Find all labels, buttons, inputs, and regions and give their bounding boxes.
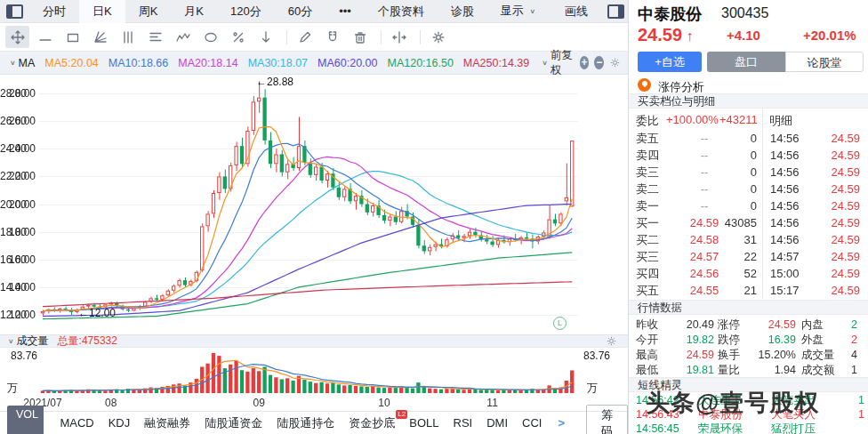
chevron-down-icon: ∨: [10, 60, 16, 67]
tab-forum[interactable]: 论股堂: [785, 52, 864, 72]
market-label: 外盘: [801, 333, 824, 348]
tab-诊股[interactable]: 诊股: [438, 0, 487, 23]
weibi-label: 委比: [636, 113, 659, 129]
tabbar-right: 显示 ∨ 画线: [487, 0, 631, 23]
tab-日K[interactable]: 日K: [79, 0, 125, 23]
tab-资金抄底[interactable]: 资金抄底L2: [349, 415, 395, 431]
tab-陆股通资金[interactable]: 陆股通资金: [205, 415, 262, 431]
tab-RSI[interactable]: RSI: [454, 416, 473, 430]
chips-distribution-button[interactable]: 筹码: [586, 405, 628, 434]
chart-settings-gear-icon[interactable]: [609, 57, 621, 68]
percent-line-tool-icon[interactable]: [226, 26, 250, 48]
ma-value-label: MA5:20.04: [44, 57, 98, 69]
order-level-row[interactable]: 买四24.5652: [629, 265, 762, 282]
tab-月K[interactable]: 月K: [171, 0, 217, 23]
add-favorite-button[interactable]: +自选: [638, 52, 702, 72]
ma-group-label[interactable]: MA: [19, 57, 36, 69]
trade-detail-row: 14:5624.59: [762, 181, 868, 197]
magnet-tool-icon[interactable]: [320, 26, 344, 48]
tab-陆股通持仓[interactable]: 陆股通持仓: [277, 415, 334, 431]
level-volume: 0: [751, 181, 757, 197]
collapse-left-panel-icon[interactable]: [6, 4, 23, 19]
ma-value-label: MA10:18.66: [108, 57, 168, 69]
ellipse-tool-icon[interactable]: [198, 26, 222, 48]
display-menu[interactable]: 显示 ∨: [487, 0, 551, 23]
order-level-row[interactable]: 买一24.5943085: [629, 214, 762, 231]
level-label: 买三: [636, 248, 659, 265]
order-level-row[interactable]: 卖三--0: [629, 164, 762, 181]
market-label: 换手: [718, 348, 740, 363]
high-price-annotation: ←28.88: [256, 76, 293, 88]
kline-chart-area: 28.0028.0026.0026.0024.0024.0022.0022.00…: [0, 75, 628, 334]
tab-DMI[interactable]: DMI: [486, 416, 508, 430]
detail-time: 14:56: [770, 214, 800, 231]
pencil-tool-icon[interactable]: [293, 26, 317, 48]
collapse-right-panel-icon[interactable]: [607, 4, 624, 19]
tab-•••[interactable]: •••: [326, 0, 365, 23]
level-label: 卖二: [636, 181, 659, 197]
detail-price: 24.59: [831, 248, 860, 265]
order-level-row[interactable]: 买五24.5521: [629, 282, 762, 299]
fibonacci-tool-icon[interactable]: [143, 26, 167, 48]
tab-融资融券[interactable]: 融资融券: [144, 415, 190, 431]
vol-ma-pill: VOL均线: [7, 406, 44, 434]
level-volume: 21: [744, 282, 757, 299]
tab-MACD[interactable]: MACD: [60, 416, 93, 430]
tab-pankou[interactable]: 盘口: [707, 52, 785, 72]
tab-个股资料[interactable]: 个股资料: [365, 0, 438, 23]
order-level-row[interactable]: 卖二--0: [629, 181, 762, 197]
adjust-mode-label[interactable]: 前复权: [551, 48, 575, 78]
vertical-lines-tool-icon[interactable]: [116, 26, 140, 48]
order-level-row[interactable]: 买三24.5722: [629, 248, 762, 265]
move-tool-icon[interactable]: [5, 26, 29, 48]
order-level-row[interactable]: 卖四--0: [629, 147, 762, 164]
trash-tool-icon[interactable]: [348, 26, 372, 48]
kline-canvas[interactable]: [0, 75, 628, 334]
market-data-row: 今开19.82跌停16.39外盘2: [629, 333, 868, 348]
tab-VOL[interactable]: VOL: [7, 406, 44, 434]
spirit-stock-name: 荣晟环保: [698, 422, 743, 434]
tab-分时[interactable]: 分时: [29, 0, 79, 23]
settings-tool-icon[interactable]: [426, 26, 450, 48]
detail-time: 15:17: [770, 282, 800, 299]
tab-CCI[interactable]: CCI: [522, 416, 542, 430]
gann-fan-tool-icon[interactable]: [88, 26, 112, 48]
order-level-row[interactable]: 买二24.5831: [629, 231, 762, 248]
zoom-out-button[interactable]: −: [594, 56, 604, 69]
tab-KDJ[interactable]: KDJ: [108, 416, 131, 430]
tab-BOLL[interactable]: BOLL: [409, 416, 438, 430]
trendline-tool-icon[interactable]: [33, 26, 57, 48]
zoom-in-button[interactable]: +: [580, 56, 590, 69]
ma-value-label: MA250:14.39: [463, 57, 529, 69]
detail-price: 24.59: [831, 147, 860, 164]
level-volume: 0: [751, 147, 757, 164]
market-value: 2: [851, 333, 857, 348]
wave-tool-icon[interactable]: [171, 26, 195, 48]
spirit-row: 14:56:45荣晟环保猛烈打压: [629, 422, 868, 434]
last-price: 24.59 ↑: [638, 25, 694, 45]
tab-周K[interactable]: 周K: [125, 0, 172, 23]
tab-120分[interactable]: 120分: [217, 0, 275, 23]
expand-tool-icon[interactable]: [387, 26, 411, 48]
volume-label[interactable]: 成交量: [17, 334, 49, 349]
volume-canvas[interactable]: [0, 348, 628, 393]
more-indicators-arrow[interactable]: >: [558, 416, 565, 430]
detail-time: 14:56: [770, 164, 800, 181]
y-axis-tick: 14.00: [0, 281, 36, 293]
chevron-down-icon: ∨: [529, 3, 535, 21]
y-axis-tick: 16.00: [0, 253, 36, 266]
tab-60分[interactable]: 60分: [275, 0, 326, 23]
volume-settings-gear-icon[interactable]: [606, 335, 617, 347]
market-label: 最低: [636, 363, 658, 378]
level-price: --: [678, 197, 731, 214]
arrow-down-tool-icon[interactable]: [253, 26, 277, 48]
detail-time: 14:56: [770, 197, 800, 214]
level-volume: 0: [751, 197, 757, 214]
order-level-row[interactable]: 卖五--0: [629, 130, 762, 147]
detail-price: 24.59: [831, 164, 860, 181]
order-level-row[interactable]: 卖一--0: [629, 197, 762, 214]
level-price: 24.59: [678, 214, 731, 231]
rectangle-tool-icon[interactable]: [60, 26, 84, 48]
weibi-value: +43211: [719, 113, 758, 126]
draw-line-button[interactable]: 画线: [551, 0, 601, 23]
